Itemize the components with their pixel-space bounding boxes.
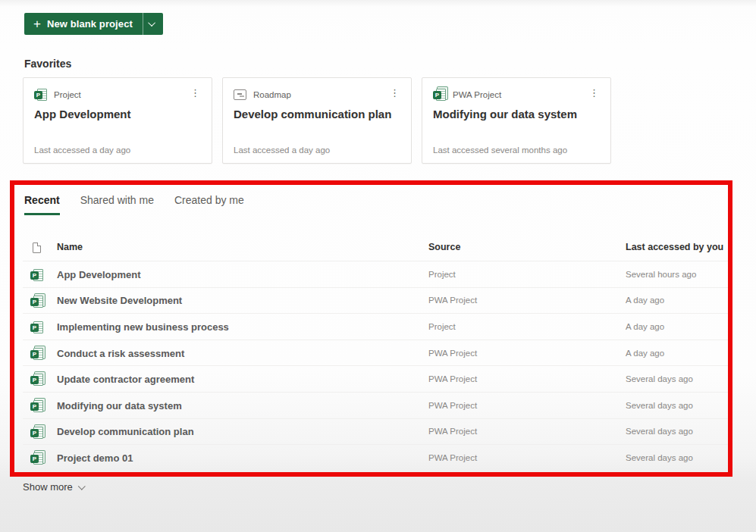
table-row[interactable]: Implementing new business process Projec… <box>23 313 732 340</box>
new-blank-project-label: New blank project <box>47 18 133 30</box>
row-source: PWA Project <box>428 349 477 358</box>
favorite-card-modifying-our-data-system[interactable]: PWA Project ⋮ Modifying our data system … <box>422 77 611 164</box>
row-last-accessed: A day ago <box>626 349 664 358</box>
favorites-cards: Project ⋮ App Development Last accessed … <box>23 77 611 164</box>
more-options-icon[interactable]: ⋮ <box>187 86 204 100</box>
row-source: Project <box>428 322 456 331</box>
more-options-icon[interactable]: ⋮ <box>585 86 603 100</box>
row-name: Conduct a risk assessment <box>57 347 184 358</box>
card-last-accessed: Last accessed a day ago <box>34 146 130 155</box>
table-row[interactable]: App Development Project Several hours ag… <box>23 261 732 287</box>
card-type-label: Roadmap <box>253 90 291 99</box>
row-source: PWA Project <box>428 427 477 436</box>
column-header-last-accessed[interactable]: Last accessed by you <box>626 242 723 252</box>
row-last-accessed: Several days ago <box>626 427 693 436</box>
column-header-name[interactable]: Name <box>57 242 83 252</box>
show-more-button[interactable]: Show more <box>23 481 85 493</box>
card-type-label: Project <box>54 90 81 99</box>
row-source: PWA Project <box>428 453 477 462</box>
row-name: New Website Development <box>57 295 182 306</box>
tab-recent[interactable]: Recent <box>24 194 60 215</box>
project-file-icon <box>30 268 44 281</box>
row-name: Implementing new business process <box>57 321 229 332</box>
row-last-accessed: Several days ago <box>626 374 693 383</box>
column-header-source[interactable]: Source <box>428 242 460 252</box>
document-icon <box>33 243 41 253</box>
row-last-accessed: Several days ago <box>626 453 693 462</box>
pwa-project-file-icon <box>30 295 44 308</box>
row-source: PWA Project <box>428 401 477 410</box>
row-last-accessed: Several days ago <box>626 401 693 410</box>
new-project-dropdown-button[interactable] <box>143 13 163 35</box>
chevron-down-icon <box>78 483 86 490</box>
project-file-icon <box>30 321 44 333</box>
pwa-project-file-icon <box>30 373 44 386</box>
row-name: Modifying our data system <box>57 399 182 411</box>
card-header: PWA Project <box>433 88 600 101</box>
row-name: Project demo 01 <box>57 452 133 463</box>
row-source: Project <box>428 270 456 279</box>
row-name: App Development <box>57 268 141 280</box>
row-name: Develop communication plan <box>57 426 194 437</box>
pwa-project-file-icon <box>30 399 44 412</box>
table-row[interactable]: Conduct a risk assessment PWA Project A … <box>23 340 732 366</box>
recent-projects-table: Name Source Last accessed by you App Dev… <box>23 239 732 471</box>
project-home-page: + New blank project Favorites Project ⋮ … <box>0 0 756 532</box>
table-row[interactable]: Develop communication plan PWA Project S… <box>23 418 732 445</box>
chevron-down-icon <box>149 19 156 27</box>
row-last-accessed: A day ago <box>626 322 664 331</box>
table-row[interactable]: Modifying our data system PWA Project Se… <box>23 392 732 418</box>
card-title: App Development <box>34 108 201 120</box>
favorites-heading: Favorites <box>24 58 71 70</box>
card-header: Roadmap <box>234 88 400 101</box>
row-name: Update contractor agreement <box>57 374 194 385</box>
show-more-label: Show more <box>23 481 73 493</box>
tab-created-by-me[interactable]: Created by me <box>174 194 244 215</box>
card-last-accessed: Last accessed a day ago <box>234 146 330 155</box>
more-options-icon[interactable]: ⋮ <box>386 86 403 100</box>
table-row[interactable]: Project demo 01 PWA Project Several days… <box>23 444 732 471</box>
new-blank-project-button[interactable]: + New blank project <box>24 13 143 35</box>
row-last-accessed: Several hours ago <box>626 270 696 279</box>
favorite-card-app-development[interactable]: Project ⋮ App Development Last accessed … <box>23 77 212 164</box>
row-source: PWA Project <box>428 374 477 383</box>
card-title: Modifying our data system <box>433 108 600 120</box>
pwa-project-file-icon <box>30 452 44 465</box>
pwa-project-file-icon <box>30 426 44 439</box>
table-row[interactable]: New Website Development PWA Project A da… <box>23 287 732 314</box>
card-header: Project <box>34 88 201 101</box>
roadmap-icon <box>234 88 247 101</box>
pwa-project-file-icon <box>433 88 447 101</box>
plus-icon: + <box>33 17 41 30</box>
pwa-project-file-icon <box>30 347 44 360</box>
row-source: PWA Project <box>428 296 477 305</box>
table-row[interactable]: Update contractor agreement PWA Project … <box>23 365 732 392</box>
table-header: Name Source Last accessed by you <box>23 239 732 261</box>
card-last-accessed: Last accessed several months ago <box>433 146 567 155</box>
card-title: Develop communication plan <box>234 108 400 120</box>
row-last-accessed: A day ago <box>626 296 664 305</box>
project-file-icon <box>34 88 48 101</box>
card-type-label: PWA Project <box>453 90 501 99</box>
new-blank-project-split-button: + New blank project <box>24 13 163 35</box>
recent-tabs: Recent Shared with me Created by me <box>24 194 244 215</box>
favorite-card-develop-communication-plan[interactable]: Roadmap ⋮ Develop communication plan Las… <box>222 77 412 164</box>
tab-shared-with-me[interactable]: Shared with me <box>80 194 154 215</box>
